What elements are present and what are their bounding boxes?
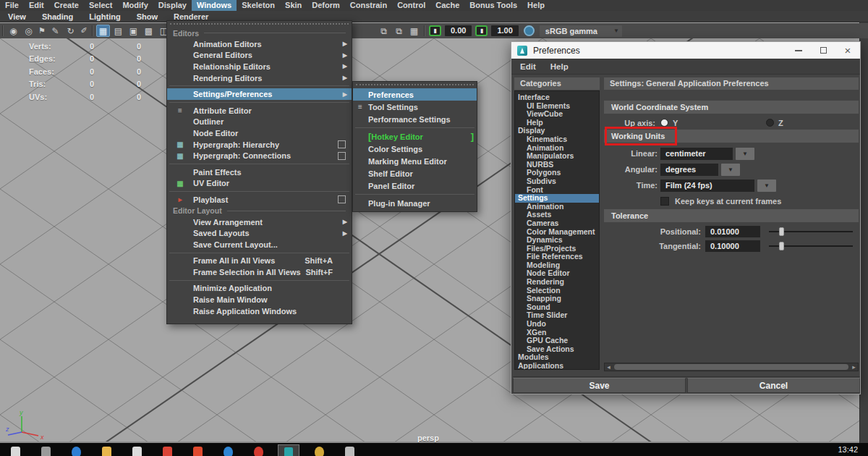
resolution-gate-icon[interactable]: ▣ bbox=[127, 25, 140, 37]
scroll-left-icon[interactable]: ◂ bbox=[605, 363, 613, 371]
slider-handle[interactable] bbox=[779, 242, 784, 250]
gamma-field[interactable]: 1.00 bbox=[491, 25, 518, 36]
snapshot-icon[interactable]: ▦ bbox=[407, 25, 421, 37]
menu-modify[interactable]: Modify bbox=[117, 0, 153, 11]
taskbar-app-icon[interactable] bbox=[243, 443, 273, 456]
menu-skin[interactable]: Skin bbox=[280, 0, 307, 11]
category-cameras[interactable]: Cameras bbox=[515, 219, 599, 228]
angular-units-dropdown[interactable]: degrees bbox=[660, 164, 718, 176]
minimize-button[interactable] bbox=[786, 42, 811, 59]
category-dynamics[interactable]: Dynamics bbox=[515, 236, 599, 245]
gamma-icon[interactable]: ▮ bbox=[475, 25, 488, 36]
film-gate-icon[interactable]: ▤ bbox=[111, 25, 125, 37]
submenu-item-color-settings[interactable]: Color Settings bbox=[353, 143, 477, 155]
menu-item-uv-editor[interactable]: ▦ UV Editor bbox=[167, 178, 352, 190]
tear-off-strip[interactable] bbox=[353, 82, 477, 88]
menu-edit[interactable]: Edit bbox=[24, 0, 49, 11]
panel-menu-view[interactable]: View bbox=[0, 12, 34, 21]
keep-keys-checkbox[interactable] bbox=[660, 197, 669, 206]
submenu-item-tool-settings[interactable]: ≡ Tool Settings bbox=[353, 101, 477, 113]
color-management-toggle-icon[interactable] bbox=[524, 25, 535, 36]
taskbar-app-icon[interactable] bbox=[152, 443, 182, 456]
menu-item-minimize-application[interactable]: Minimize Application bbox=[167, 283, 352, 295]
category-subdivs[interactable]: Subdivs bbox=[515, 177, 599, 186]
menu-item-save-current-layout[interactable]: Save Current Layout... bbox=[167, 239, 352, 250]
exposure-field[interactable]: 0.00 bbox=[445, 25, 472, 36]
slider-handle[interactable] bbox=[779, 227, 784, 236]
close-button[interactable]: × bbox=[835, 42, 860, 59]
menu-control[interactable]: Control bbox=[392, 0, 430, 11]
menu-display[interactable]: Display bbox=[153, 0, 192, 11]
bookmark-icon[interactable]: ⚑ bbox=[37, 25, 47, 37]
linear-units-dropdown[interactable]: centimeter bbox=[660, 148, 733, 160]
submenu-item-preferences[interactable]: Preferences bbox=[353, 88, 477, 101]
menu-item-paint-effects[interactable]: Paint Effects bbox=[167, 166, 352, 178]
menu-cache[interactable]: Cache bbox=[430, 0, 464, 11]
gate-mask-icon[interactable]: ▩ bbox=[142, 25, 156, 37]
category-applications[interactable]: Applications bbox=[515, 362, 599, 370]
pencil-icon[interactable]: ✐ bbox=[79, 25, 89, 37]
dialog-menu-edit[interactable]: Edit bbox=[520, 62, 536, 71]
taskbar-app-icon[interactable] bbox=[304, 443, 334, 456]
scroll-right-icon[interactable]: ▸ bbox=[850, 363, 858, 371]
category-manipulators[interactable]: Manipulators bbox=[515, 152, 599, 161]
category-interface[interactable]: Interface bbox=[515, 93, 599, 102]
taskbar-app-icon[interactable] bbox=[122, 443, 152, 456]
linear-dropdown-arrow-icon[interactable]: ▼ bbox=[736, 148, 754, 160]
category-settings[interactable]: Settings bbox=[515, 194, 599, 203]
paste-layer-icon[interactable]: ⧉ bbox=[392, 25, 406, 37]
exposure-icon[interactable]: ▮ bbox=[429, 25, 441, 36]
taskbar-app-icon[interactable] bbox=[182, 443, 213, 456]
up-axis-y-radio[interactable] bbox=[660, 119, 668, 127]
copy-layer-icon[interactable]: ⧉ bbox=[377, 25, 391, 37]
menu-file[interactable]: File bbox=[0, 0, 24, 11]
view-transform-dropdown[interactable]: sRGB gamma ▼ bbox=[540, 25, 622, 37]
pan-camera-icon[interactable]: ◎ bbox=[22, 25, 35, 37]
positional-field[interactable]: 0.01000 bbox=[705, 226, 760, 237]
submenu-item-hotkey-editor[interactable]: [Hotkey Editor ] bbox=[353, 130, 477, 143]
menu-item-node-editor[interactable]: Node Editor bbox=[167, 127, 352, 139]
tangential-field[interactable]: 0.10000 bbox=[705, 240, 760, 252]
category-kinematics[interactable]: Kinematics bbox=[515, 135, 599, 144]
panel-menu-lighting[interactable]: Lighting bbox=[81, 12, 128, 21]
horizontal-scrollbar[interactable]: ◂ ▸ bbox=[604, 363, 859, 371]
menu-deform[interactable]: Deform bbox=[307, 0, 345, 11]
menu-item-animation-editors[interactable]: Animation Editors ▶ bbox=[167, 38, 352, 50]
rotate-view-icon[interactable]: ↻ bbox=[64, 25, 77, 37]
taskbar-maya-active-icon[interactable] bbox=[273, 443, 304, 456]
scrollbar-thumb[interactable] bbox=[614, 364, 848, 370]
option-box[interactable] bbox=[338, 195, 346, 203]
option-box[interactable] bbox=[338, 152, 346, 160]
dialog-menu-help[interactable]: Help bbox=[550, 62, 569, 71]
up-axis-z-radio[interactable] bbox=[766, 119, 774, 127]
grid-toggle-icon[interactable]: ▦ bbox=[96, 25, 110, 37]
menu-item-frame-all[interactable]: Frame All in All Views Shift+A bbox=[167, 256, 352, 267]
cancel-button[interactable]: Cancel bbox=[687, 378, 860, 393]
panel-menu-show[interactable]: Show bbox=[129, 12, 166, 21]
panel-menu-renderer[interactable]: Renderer bbox=[166, 12, 216, 21]
maximize-button[interactable] bbox=[811, 42, 835, 59]
panel-menu-shading[interactable]: Shading bbox=[34, 12, 81, 21]
taskbar-app-icon[interactable] bbox=[30, 443, 61, 456]
positional-slider[interactable] bbox=[769, 226, 853, 237]
menu-item-hypergraph-connections[interactable]: ▦ Hypergraph: Connections bbox=[167, 150, 352, 161]
menu-item-saved-layouts[interactable]: Saved Layouts ▶ bbox=[167, 227, 352, 239]
menu-item-relationship-editors[interactable]: Relationship Editors ▶ bbox=[167, 61, 352, 72]
angular-dropdown-arrow-icon[interactable]: ▼ bbox=[721, 164, 740, 176]
tear-off-strip[interactable] bbox=[167, 21, 352, 28]
time-dropdown-arrow-icon[interactable]: ▼ bbox=[757, 180, 776, 192]
save-button[interactable]: Save bbox=[513, 378, 686, 393]
taskbar-start-button[interactable] bbox=[0, 443, 30, 456]
taskbar-app-icon[interactable] bbox=[334, 443, 365, 456]
taskbar-app-icon[interactable] bbox=[61, 443, 91, 456]
category-undo[interactable]: Undo bbox=[515, 320, 599, 329]
menu-constrain[interactable]: Constrain bbox=[345, 0, 392, 11]
menu-item-outliner[interactable]: Outliner bbox=[167, 117, 352, 128]
camera-icon[interactable]: ◉ bbox=[7, 25, 20, 37]
submenu-item-marking-menu-editor[interactable]: Marking Menu Editor bbox=[353, 155, 477, 167]
menu-item-raise-application-windows[interactable]: Raise Application Windows bbox=[167, 305, 352, 317]
grease-pencil-icon[interactable]: ✎ bbox=[48, 25, 62, 37]
submenu-item-panel-editor[interactable]: Panel Editor bbox=[353, 180, 477, 192]
menu-item-frame-selection[interactable]: Frame Selection in All Views Shift+F bbox=[167, 266, 352, 278]
menu-bonus-tools[interactable]: Bonus Tools bbox=[464, 0, 522, 11]
